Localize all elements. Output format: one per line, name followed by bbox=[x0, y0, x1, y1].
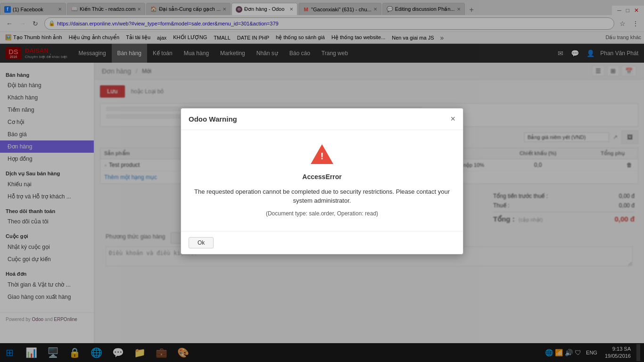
modal-doc-type: (Document type: sale.order, Operation: r… bbox=[190, 210, 454, 217]
modal-message: The requested operation cannot be comple… bbox=[190, 187, 454, 206]
modal-box: Odoo Warning × AccessError The requested… bbox=[181, 108, 463, 255]
warning-triangle-icon bbox=[311, 144, 333, 164]
modal-close-button[interactable]: × bbox=[450, 114, 455, 124]
modal-title: Odoo Warning bbox=[189, 115, 237, 123]
modal-footer: Ok bbox=[181, 231, 463, 254]
modal-body: AccessError The requested operation cann… bbox=[181, 130, 463, 231]
modal-access-error-title: AccessError bbox=[190, 173, 454, 181]
warning-icon-wrap bbox=[190, 144, 454, 165]
modal-header: Odoo Warning × bbox=[181, 108, 463, 130]
modal-ok-button[interactable]: Ok bbox=[189, 237, 214, 248]
modal-overlay[interactable]: Odoo Warning × AccessError The requested… bbox=[0, 0, 644, 362]
